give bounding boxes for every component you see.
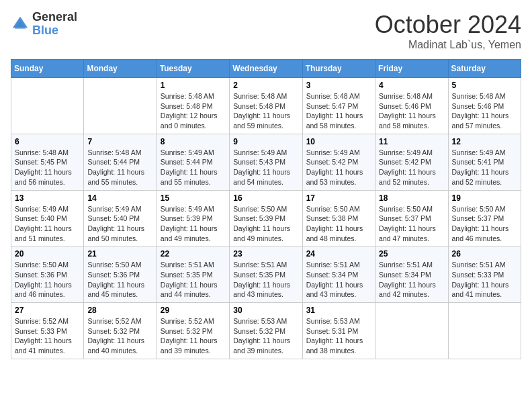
calendar-cell: 11Sunrise: 5:49 AMSunset: 5:42 PMDayligh… xyxy=(375,134,448,190)
day-info: Sunrise: 5:48 AMSunset: 5:46 PMDaylight:… xyxy=(379,91,444,131)
calendar-cell: 23Sunrise: 5:51 AMSunset: 5:35 PMDayligh… xyxy=(230,246,302,303)
day-header: Wednesday xyxy=(230,60,302,78)
day-number: 23 xyxy=(233,249,298,259)
calendar-table: SundayMondayTuesdayWednesdayThursdayFrid… xyxy=(11,59,521,359)
day-info: Sunrise: 5:51 AMSunset: 5:34 PMDaylight:… xyxy=(306,260,371,300)
day-number: 16 xyxy=(233,193,298,203)
day-info: Sunrise: 5:53 AMSunset: 5:32 PMDaylight:… xyxy=(233,316,298,356)
calendar-cell: 13Sunrise: 5:49 AMSunset: 5:40 PMDayligh… xyxy=(11,190,84,246)
calendar-cell: 17Sunrise: 5:50 AMSunset: 5:38 PMDayligh… xyxy=(302,190,375,246)
day-info: Sunrise: 5:50 AMSunset: 5:37 PMDaylight:… xyxy=(379,204,444,244)
day-number: 3 xyxy=(306,81,371,90)
day-number: 10 xyxy=(306,137,371,146)
day-number: 21 xyxy=(87,249,152,259)
day-info: Sunrise: 5:50 AMSunset: 5:38 PMDaylight:… xyxy=(306,204,371,244)
logo-text: General Blue xyxy=(32,11,77,38)
logo-blue-text: Blue xyxy=(32,24,77,38)
day-number: 6 xyxy=(15,137,80,146)
day-info: Sunrise: 5:49 AMSunset: 5:39 PMDaylight:… xyxy=(161,204,226,244)
calendar-header-row: SundayMondayTuesdayWednesdayThursdayFrid… xyxy=(11,60,521,78)
calendar-cell: 21Sunrise: 5:50 AMSunset: 5:36 PMDayligh… xyxy=(84,246,157,303)
calendar-cell: 8Sunrise: 5:49 AMSunset: 5:44 PMDaylight… xyxy=(157,134,229,190)
day-info: Sunrise: 5:49 AMSunset: 5:42 PMDaylight:… xyxy=(379,148,444,187)
day-number: 25 xyxy=(379,249,444,259)
calendar-cell: 27Sunrise: 5:52 AMSunset: 5:33 PMDayligh… xyxy=(11,303,84,359)
calendar-cell: 9Sunrise: 5:49 AMSunset: 5:43 PMDaylight… xyxy=(230,134,302,190)
day-number: 13 xyxy=(15,193,80,203)
day-number: 24 xyxy=(306,249,371,259)
day-info: Sunrise: 5:50 AMSunset: 5:36 PMDaylight:… xyxy=(87,260,152,300)
calendar-week-row: 27Sunrise: 5:52 AMSunset: 5:33 PMDayligh… xyxy=(11,303,521,359)
day-info: Sunrise: 5:49 AMSunset: 5:40 PMDaylight:… xyxy=(87,204,152,244)
month-title: October 2024 xyxy=(375,11,521,39)
day-number: 11 xyxy=(379,137,444,146)
day-info: Sunrise: 5:51 AMSunset: 5:33 PMDaylight:… xyxy=(452,260,517,300)
day-info: Sunrise: 5:50 AMSunset: 5:37 PMDaylight:… xyxy=(452,204,517,244)
day-info: Sunrise: 5:51 AMSunset: 5:35 PMDaylight:… xyxy=(161,260,226,300)
day-number: 9 xyxy=(233,137,298,146)
day-number: 14 xyxy=(87,193,152,203)
calendar-week-row: 20Sunrise: 5:50 AMSunset: 5:36 PMDayligh… xyxy=(11,246,521,303)
calendar-cell: 10Sunrise: 5:49 AMSunset: 5:42 PMDayligh… xyxy=(302,134,375,190)
calendar-cell: 28Sunrise: 5:52 AMSunset: 5:32 PMDayligh… xyxy=(84,303,157,359)
day-header: Tuesday xyxy=(157,60,229,78)
day-info: Sunrise: 5:49 AMSunset: 5:43 PMDaylight:… xyxy=(233,148,298,187)
day-info: Sunrise: 5:52 AMSunset: 5:32 PMDaylight:… xyxy=(87,316,152,356)
day-number: 19 xyxy=(452,193,517,203)
calendar-cell: 24Sunrise: 5:51 AMSunset: 5:34 PMDayligh… xyxy=(302,246,375,303)
day-info: Sunrise: 5:48 AMSunset: 5:44 PMDaylight:… xyxy=(87,148,152,187)
day-number: 31 xyxy=(306,306,371,315)
day-number: 26 xyxy=(452,249,517,259)
day-info: Sunrise: 5:52 AMSunset: 5:33 PMDaylight:… xyxy=(15,316,80,356)
calendar-cell: 26Sunrise: 5:51 AMSunset: 5:33 PMDayligh… xyxy=(448,246,521,303)
calendar-cell: 6Sunrise: 5:48 AMSunset: 5:45 PMDaylight… xyxy=(11,134,84,190)
calendar-cell: 1Sunrise: 5:48 AMSunset: 5:48 PMDaylight… xyxy=(157,78,229,134)
day-info: Sunrise: 5:48 AMSunset: 5:48 PMDaylight:… xyxy=(233,91,298,131)
day-number: 20 xyxy=(15,249,80,259)
logo: General Blue xyxy=(11,11,77,38)
day-info: Sunrise: 5:49 AMSunset: 5:40 PMDaylight:… xyxy=(15,204,80,244)
calendar-cell: 18Sunrise: 5:50 AMSunset: 5:37 PMDayligh… xyxy=(375,190,448,246)
day-number: 7 xyxy=(87,137,152,146)
day-number: 22 xyxy=(161,249,226,259)
calendar-cell: 30Sunrise: 5:53 AMSunset: 5:32 PMDayligh… xyxy=(230,303,302,359)
day-header: Sunday xyxy=(11,60,84,78)
day-info: Sunrise: 5:49 AMSunset: 5:44 PMDaylight:… xyxy=(161,148,226,187)
calendar-cell xyxy=(11,78,84,134)
day-header: Monday xyxy=(84,60,157,78)
day-number: 12 xyxy=(452,137,517,146)
day-number: 1 xyxy=(161,81,226,90)
day-number: 4 xyxy=(379,81,444,90)
calendar-cell: 29Sunrise: 5:52 AMSunset: 5:32 PMDayligh… xyxy=(157,303,229,359)
calendar-cell: 5Sunrise: 5:48 AMSunset: 5:46 PMDaylight… xyxy=(448,78,521,134)
calendar-cell: 3Sunrise: 5:48 AMSunset: 5:47 PMDaylight… xyxy=(302,78,375,134)
day-header: Friday xyxy=(375,60,448,78)
day-header: Thursday xyxy=(302,60,375,78)
day-info: Sunrise: 5:48 AMSunset: 5:48 PMDaylight:… xyxy=(161,91,226,131)
day-info: Sunrise: 5:50 AMSunset: 5:36 PMDaylight:… xyxy=(15,260,80,300)
day-number: 5 xyxy=(452,81,517,90)
day-number: 17 xyxy=(306,193,371,203)
calendar-cell: 19Sunrise: 5:50 AMSunset: 5:37 PMDayligh… xyxy=(448,190,521,246)
calendar-cell: 20Sunrise: 5:50 AMSunset: 5:36 PMDayligh… xyxy=(11,246,84,303)
day-number: 28 xyxy=(87,306,152,315)
calendar-cell xyxy=(84,78,157,134)
calendar-cell: 12Sunrise: 5:49 AMSunset: 5:41 PMDayligh… xyxy=(448,134,521,190)
day-header: Saturday xyxy=(448,60,521,78)
day-info: Sunrise: 5:48 AMSunset: 5:47 PMDaylight:… xyxy=(306,91,371,131)
calendar-week-row: 13Sunrise: 5:49 AMSunset: 5:40 PMDayligh… xyxy=(11,190,521,246)
day-info: Sunrise: 5:51 AMSunset: 5:34 PMDaylight:… xyxy=(379,260,444,300)
day-number: 29 xyxy=(161,306,226,315)
calendar-cell: 2Sunrise: 5:48 AMSunset: 5:48 PMDaylight… xyxy=(230,78,302,134)
location-title: Madinat Lab`us, Yemen xyxy=(375,39,521,51)
calendar-cell: 22Sunrise: 5:51 AMSunset: 5:35 PMDayligh… xyxy=(157,246,229,303)
title-block: October 2024 Madinat Lab`us, Yemen xyxy=(375,11,521,51)
calendar-cell xyxy=(448,303,521,359)
day-number: 15 xyxy=(161,193,226,203)
day-info: Sunrise: 5:53 AMSunset: 5:31 PMDaylight:… xyxy=(306,316,371,356)
calendar-cell: 15Sunrise: 5:49 AMSunset: 5:39 PMDayligh… xyxy=(157,190,229,246)
calendar-week-row: 6Sunrise: 5:48 AMSunset: 5:45 PMDaylight… xyxy=(11,134,521,190)
logo-general-text: General xyxy=(32,11,77,24)
day-info: Sunrise: 5:49 AMSunset: 5:42 PMDaylight:… xyxy=(306,148,371,187)
day-info: Sunrise: 5:49 AMSunset: 5:41 PMDaylight:… xyxy=(452,148,517,187)
